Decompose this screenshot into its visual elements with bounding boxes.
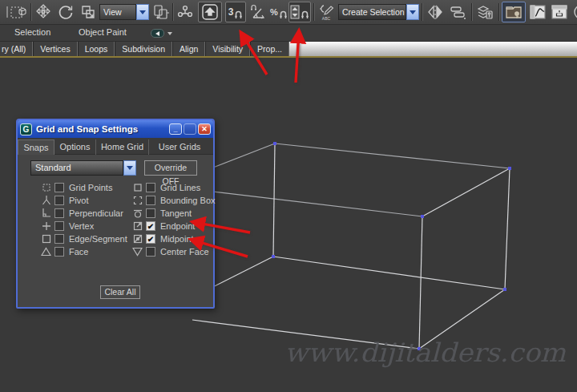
override-off-button[interactable]: Override OFF	[144, 160, 197, 176]
ribbon-group-object-paint[interactable]: Object Paint	[79, 27, 127, 37]
ribbon-tab-loops[interactable]: Loops	[78, 42, 115, 56]
midpoint-checkbox[interactable]: ✔	[146, 234, 155, 244]
snaps-mode-label: 3	[228, 6, 234, 18]
pivot-checkbox[interactable]	[54, 196, 64, 205]
tab-home-grid[interactable]: Home Grid	[96, 139, 149, 155]
layer-manager-button[interactable]	[474, 2, 495, 22]
midpoint-icon	[131, 234, 143, 244]
ribbon-group-selection[interactable]: Selection	[14, 27, 50, 37]
ribbon-collapse-caret-icon[interactable]	[167, 32, 172, 35]
select-and-move-button[interactable]	[33, 2, 54, 22]
grid-lines-icon	[131, 183, 143, 192]
face-checkbox[interactable]	[54, 247, 64, 257]
named-selection-sets-dropdown[interactable]: Create Selection Se	[338, 4, 419, 20]
face-icon	[40, 247, 52, 257]
magnet-icon	[234, 10, 243, 19]
vertex-markers	[272, 142, 511, 350]
material-editor-button[interactable]	[571, 2, 577, 22]
ribbon-tab-subdivision[interactable]: Subdivision	[115, 42, 172, 56]
tangent-label: Tangent	[160, 208, 192, 218]
close-button[interactable]: ✕	[198, 123, 211, 135]
selection-region-icon[interactable]	[8, 2, 29, 22]
snap-row-edge-segment: Edge/Segment	[40, 232, 127, 244]
bounding-box-icon	[131, 196, 143, 205]
dropdown-arrow-icon[interactable]	[123, 160, 136, 176]
snap-row-midpoint: ✔ Midpoint	[131, 232, 194, 244]
grid-lines-checkbox[interactable]	[146, 183, 155, 192]
snap-preset-value[interactable]: Standard	[30, 160, 123, 176]
minimize-button[interactable]: _	[169, 123, 182, 135]
watermark: www.dijitalders.com	[284, 337, 549, 368]
midpoint-label: Midpoint	[160, 234, 194, 244]
snap-row-perpendicular: Perpendicular	[40, 207, 123, 219]
toolbar-separator	[172, 3, 174, 21]
vertex-checkbox[interactable]	[54, 221, 64, 231]
bounding-box-checkbox[interactable]	[146, 196, 155, 205]
tangent-checkbox[interactable]	[146, 208, 155, 218]
face-label: Face	[69, 247, 88, 257]
grid-points-checkbox[interactable]	[54, 183, 64, 192]
toolbox-toggle-button[interactable]	[502, 2, 526, 22]
grid-and-snap-settings-dialog: G Grid and Snap Settings _ ✕ Snaps Optio…	[16, 119, 215, 309]
ribbon-tab-properties[interactable]: Prop...	[250, 42, 289, 56]
ribbon-tab-geometry-all[interactable]: ry (All)	[0, 42, 33, 56]
align-button[interactable]	[447, 2, 468, 22]
snap-row-center-face: Center Face	[131, 245, 209, 257]
edge-segment-label: Edge/Segment	[69, 234, 127, 244]
select-and-rotate-button[interactable]	[55, 2, 76, 22]
grid-points-label: Grid Points	[69, 183, 112, 192]
ribbon-tab-visibility[interactable]: Visibility	[205, 42, 250, 56]
abc-label: ABC	[322, 17, 330, 20]
named-selection-sets-value[interactable]: Create Selection Se	[338, 4, 406, 20]
select-and-scale-button[interactable]	[78, 2, 99, 22]
perpendicular-label: Perpendicular	[69, 208, 123, 218]
ribbon-tab-vertices[interactable]: Vertices	[33, 42, 77, 56]
snap-row-face: Face	[40, 245, 88, 257]
spinner-icon	[290, 5, 300, 19]
reference-coordinate-dropdown[interactable]: View	[99, 4, 149, 20]
ribbon-collapse-icon[interactable]	[151, 29, 164, 38]
ribbon-tab-align[interactable]: Align	[172, 42, 205, 56]
endpoint-icon	[131, 221, 143, 231]
edge-segment-icon	[40, 234, 52, 244]
perpendicular-checkbox[interactable]	[54, 208, 64, 218]
magnet-icon	[301, 10, 309, 19]
snap-row-grid-points: Grid Points	[40, 181, 112, 193]
center-face-checkbox[interactable]	[146, 247, 155, 257]
select-and-manipulate-button[interactable]	[175, 2, 196, 22]
perpendicular-icon	[40, 208, 52, 218]
percent-snap-toggle-button[interactable]: %	[268, 2, 289, 22]
bounding-box-label: Bounding Box	[160, 196, 216, 205]
snap-row-vertex: Vertex	[40, 220, 94, 232]
endpoint-checkbox[interactable]: ✔	[146, 221, 155, 231]
toolbar-separator	[471, 3, 473, 21]
snaps-toggle-button[interactable]: 3	[225, 2, 246, 22]
mirror-button[interactable]	[425, 2, 446, 22]
dropdown-arrow-icon[interactable]	[406, 4, 419, 20]
reference-coordinate-value[interactable]: View	[99, 4, 136, 20]
tab-options[interactable]: Options	[54, 139, 96, 155]
keyboard-override-toggle-button[interactable]: ABC	[316, 2, 337, 22]
snap-preset-dropdown[interactable]: Standard	[30, 160, 136, 176]
dialog-titlebar[interactable]: G Grid and Snap Settings _ ✕	[18, 120, 213, 138]
schematic-view-button[interactable]	[549, 2, 570, 22]
magnet-icon	[279, 10, 288, 19]
up-arrow-toggle-button[interactable]	[198, 2, 222, 22]
ribbon-tab-strip: ry (All) Vertices Loops Subdivision Alig…	[0, 42, 577, 58]
maximize-button[interactable]	[184, 123, 196, 135]
use-pivot-point-center-button[interactable]	[151, 2, 171, 22]
edge-segment-checkbox[interactable]	[54, 234, 64, 244]
center-face-label: Center Face	[160, 247, 209, 257]
ribbon-grip[interactable]: ...	[215, 45, 224, 53]
tab-user-grids[interactable]: User Grids	[149, 139, 210, 155]
snap-row-tangent: Tangent	[131, 207, 192, 219]
clear-all-button[interactable]: Clear All	[100, 285, 140, 299]
angle-snap-toggle-button[interactable]	[247, 2, 268, 22]
dropdown-arrow-icon[interactable]	[136, 4, 149, 20]
snap-row-endpoint: ✔ Endpoint	[131, 220, 195, 232]
curve-editor-button[interactable]	[527, 2, 548, 22]
center-face-icon	[131, 247, 143, 257]
spinner-snap-toggle-button[interactable]	[288, 2, 311, 22]
tab-snaps[interactable]: Snaps	[18, 139, 54, 155]
vertex-label: Vertex	[69, 221, 94, 231]
